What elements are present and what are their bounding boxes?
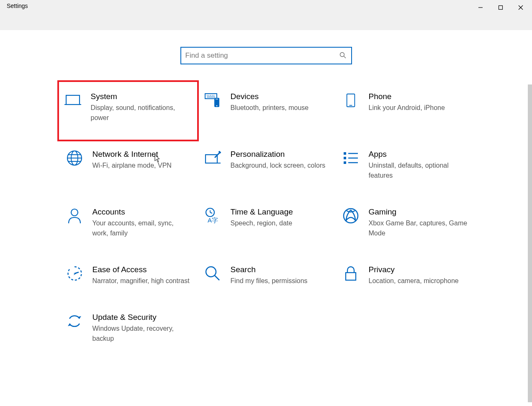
category-title: Apps bbox=[369, 150, 468, 159]
category-devices[interactable]: Devices Bluetooth, printers, mouse bbox=[197, 89, 335, 126]
display-icon bbox=[64, 92, 82, 110]
category-text: Phone Link your Android, iPhone bbox=[369, 92, 472, 113]
category-update[interactable]: Update & Security Windows Update, recove… bbox=[59, 309, 197, 347]
svg-rect-30 bbox=[344, 157, 346, 159]
category-title: Gaming bbox=[369, 207, 468, 217]
svg-rect-44 bbox=[346, 273, 356, 280]
search-container bbox=[0, 47, 532, 64]
category-text: Privacy Location, camera, microphone bbox=[369, 265, 472, 286]
category-title: Phone bbox=[369, 92, 468, 101]
titlebar: Settings bbox=[0, 0, 532, 30]
brush-icon bbox=[204, 150, 221, 167]
globe-icon bbox=[66, 150, 83, 167]
svg-point-34 bbox=[71, 209, 78, 216]
magnifier-icon bbox=[204, 265, 221, 283]
category-phone[interactable]: Phone Link your Android, iPhone bbox=[335, 89, 473, 126]
category-desc: Bluetooth, printers, mouse bbox=[231, 103, 329, 113]
category-apps[interactable]: Apps Uninstall, defaults, optional featu… bbox=[335, 146, 473, 184]
scrollbar[interactable] bbox=[528, 84, 532, 402]
category-text: Devices Bluetooth, printers, mouse bbox=[231, 92, 334, 113]
search-box[interactable] bbox=[180, 47, 352, 64]
category-text: Personalization Background, lock screen,… bbox=[231, 150, 334, 171]
category-time[interactable]: A字 Time & Language Speech, region, date bbox=[197, 204, 335, 242]
category-title: Ease of Access bbox=[93, 265, 191, 274]
person-icon bbox=[66, 207, 83, 225]
category-accounts[interactable]: Accounts Your accounts, email, sync, wor… bbox=[59, 204, 197, 242]
category-personalization[interactable]: Personalization Background, lock screen,… bbox=[197, 146, 335, 184]
svg-line-43 bbox=[215, 276, 219, 280]
category-desc: Windows Update, recovery, backup bbox=[93, 324, 191, 344]
category-privacy[interactable]: Privacy Location, camera, microphone bbox=[335, 262, 473, 289]
svg-line-37 bbox=[210, 212, 212, 213]
category-text: Ease of Access Narrator, magnifier, high… bbox=[93, 265, 195, 286]
window-controls bbox=[471, 2, 532, 13]
category-text: Search Find my files, permissions bbox=[231, 265, 334, 286]
ease-icon bbox=[66, 265, 83, 283]
svg-rect-25 bbox=[206, 155, 217, 163]
category-ease[interactable]: Ease of Access Narrator, magnifier, high… bbox=[59, 262, 197, 289]
category-network[interactable]: Network & Internet Wi-Fi, airplane mode,… bbox=[59, 146, 197, 184]
search-input[interactable] bbox=[185, 51, 339, 60]
category-title: Search bbox=[231, 265, 329, 274]
category-gaming[interactable]: Gaming Xbox Game Bar, captures, Game Mod… bbox=[335, 204, 473, 242]
phone-icon bbox=[342, 92, 360, 110]
svg-rect-6 bbox=[66, 95, 80, 105]
svg-point-16 bbox=[216, 105, 217, 107]
category-desc: Location, camera, microphone bbox=[369, 276, 468, 286]
category-text: Network & Internet Wi-Fi, airplane mode,… bbox=[93, 150, 195, 171]
category-desc: Link your Android, iPhone bbox=[369, 103, 468, 113]
svg-line-41 bbox=[75, 272, 79, 273]
category-desc: Background, lock screen, colors bbox=[231, 161, 329, 171]
window-title: Settings bbox=[0, 2, 28, 9]
category-system[interactable]: System Display, sound, notifications, po… bbox=[57, 80, 199, 141]
category-title: Network & Internet bbox=[93, 150, 191, 159]
category-desc: Xbox Game Bar, captures, Game Mode bbox=[369, 218, 468, 238]
category-desc: Speech, region, date bbox=[231, 218, 329, 228]
category-title: Accounts bbox=[93, 207, 191, 217]
xbox-icon bbox=[342, 207, 360, 225]
maximize-button[interactable] bbox=[491, 2, 510, 13]
list-icon bbox=[342, 150, 360, 167]
minimize-button[interactable] bbox=[471, 2, 490, 13]
svg-rect-1 bbox=[499, 6, 503, 10]
search-icon bbox=[339, 52, 347, 59]
category-text: Time & Language Speech, region, date bbox=[231, 207, 334, 228]
category-text: Gaming Xbox Game Bar, captures, Game Mod… bbox=[369, 207, 472, 238]
svg-rect-32 bbox=[344, 161, 346, 164]
svg-point-42 bbox=[206, 267, 216, 277]
svg-rect-28 bbox=[344, 152, 346, 155]
category-title: System bbox=[91, 92, 193, 101]
clock-language-icon: A字 bbox=[204, 207, 221, 225]
categories-grid: System Display, sound, notifications, po… bbox=[0, 89, 532, 364]
category-desc: Find my files, permissions bbox=[231, 276, 329, 286]
close-button[interactable] bbox=[511, 2, 530, 13]
category-title: Personalization bbox=[231, 150, 329, 159]
category-desc: Narrator, magnifier, high contrast bbox=[93, 276, 191, 286]
svg-text:A字: A字 bbox=[208, 217, 218, 224]
category-desc: Wi-Fi, airplane mode, VPN bbox=[93, 161, 191, 171]
category-text: Apps Uninstall, defaults, optional featu… bbox=[369, 150, 472, 181]
category-text: System Display, sound, notifications, po… bbox=[91, 92, 197, 123]
category-search[interactable]: Search Find my files, permissions bbox=[197, 262, 335, 289]
svg-point-4 bbox=[340, 53, 344, 57]
lock-icon bbox=[342, 265, 360, 283]
category-title: Update & Security bbox=[93, 313, 191, 322]
category-desc: Display, sound, notifications, power bbox=[91, 103, 193, 123]
category-text: Accounts Your accounts, email, sync, wor… bbox=[93, 207, 195, 238]
svg-rect-18 bbox=[347, 94, 355, 107]
category-title: Privacy bbox=[369, 265, 468, 274]
keyboard-icon bbox=[204, 92, 221, 110]
category-desc: Your accounts, email, sync, work, family bbox=[93, 218, 191, 238]
category-title: Devices bbox=[231, 92, 329, 101]
svg-line-5 bbox=[344, 56, 346, 59]
category-desc: Uninstall, defaults, optional features bbox=[369, 161, 468, 181]
category-title: Time & Language bbox=[231, 207, 329, 217]
sync-icon bbox=[66, 313, 83, 330]
content-area: System Display, sound, notifications, po… bbox=[0, 30, 532, 406]
category-text: Update & Security Windows Update, recove… bbox=[93, 313, 195, 344]
